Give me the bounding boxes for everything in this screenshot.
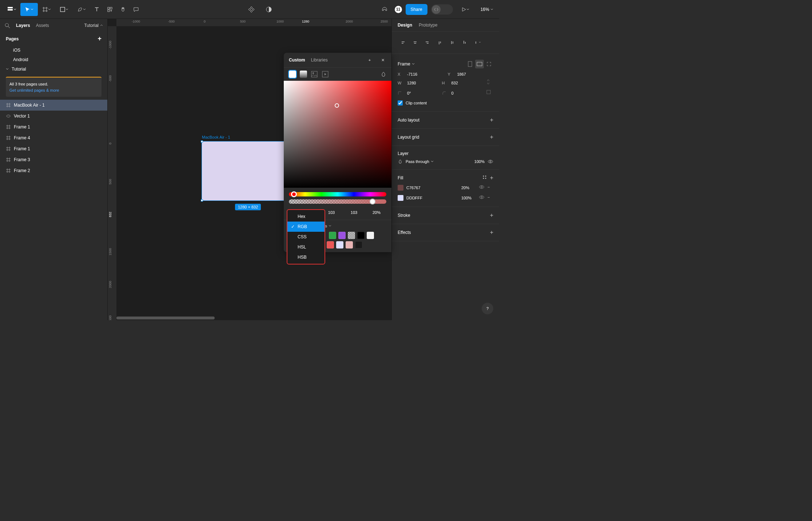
layers-tab[interactable]: Layers — [16, 23, 30, 28]
b-value[interactable]: 103 — [344, 209, 364, 216]
frame-label[interactable]: MacBook Air - 1 — [202, 135, 230, 139]
blend-mode-dropdown[interactable]: Pass through — [406, 159, 471, 164]
mask-icon[interactable] — [262, 3, 275, 16]
fill-opacity[interactable]: 100% — [461, 196, 476, 200]
distribute[interactable] — [472, 38, 482, 47]
swatch[interactable] — [348, 232, 355, 239]
align-right[interactable] — [422, 38, 433, 47]
align-top[interactable] — [435, 38, 445, 47]
layer-frame-4[interactable]: Frame 4 — [0, 132, 107, 143]
hue-slider[interactable] — [289, 192, 386, 196]
y-input[interactable]: 1867 — [457, 72, 494, 76]
swatch[interactable] — [357, 232, 365, 239]
add-autolayout[interactable]: + — [490, 117, 493, 123]
constrain-proportions[interactable] — [486, 79, 493, 87]
layer-macbook-air-1[interactable]: MacBook Air - 1 — [0, 100, 107, 111]
remove-fill[interactable]: − — [487, 195, 493, 201]
align-bottom[interactable] — [459, 38, 470, 47]
align-left[interactable] — [398, 38, 408, 47]
frame-tool[interactable] — [38, 3, 55, 16]
layer-frame-1b[interactable]: Frame 1 — [0, 143, 107, 154]
assets-tab[interactable]: Assets — [36, 23, 49, 28]
layer-visibility[interactable] — [487, 159, 493, 164]
main-menu[interactable] — [3, 3, 20, 16]
swatch[interactable] — [338, 232, 346, 239]
solid-fill-type[interactable] — [289, 71, 296, 78]
mode-option-hsb[interactable]: HSB — [287, 252, 325, 262]
fill-styles[interactable] — [482, 175, 487, 181]
design-tab[interactable]: Design — [398, 23, 412, 28]
swatch[interactable] — [355, 241, 362, 248]
add-fill[interactable]: + — [490, 175, 493, 181]
resize-to-fit[interactable] — [485, 60, 493, 68]
clip-content-checkbox[interactable] — [398, 100, 403, 106]
saturation-brightness-picker[interactable] — [284, 81, 391, 188]
w-input[interactable]: 1280 — [407, 81, 438, 85]
prototype-tab[interactable]: Prototype — [419, 23, 437, 28]
swatch[interactable] — [346, 241, 353, 248]
video-fill-type[interactable] — [322, 71, 329, 78]
eye-icon[interactable] — [479, 195, 485, 201]
avatar[interactable]: 11 — [395, 6, 402, 13]
alpha-slider[interactable] — [289, 199, 386, 204]
close-panel-button[interactable]: ✕ — [379, 56, 386, 64]
layer-frame-3[interactable]: Frame 3 — [0, 154, 107, 165]
swatch[interactable] — [336, 241, 343, 248]
swatch[interactable] — [329, 232, 336, 239]
fill-chip[interactable] — [398, 185, 403, 191]
comment-tool[interactable] — [130, 3, 143, 16]
orient-portrait[interactable] — [466, 60, 474, 68]
upgrade-link[interactable]: Get unlimited pages & more — [9, 87, 98, 94]
swatch[interactable] — [367, 232, 374, 239]
zoom-level[interactable]: 16% — [478, 7, 496, 12]
layer-opacity[interactable]: 100% — [474, 159, 485, 164]
move-tool[interactable] — [20, 3, 38, 16]
resources-tool[interactable] — [103, 3, 116, 16]
mode-option-hex[interactable]: Hex — [287, 211, 325, 222]
fill-item-1[interactable]: DDDFFF 100% − — [398, 193, 493, 203]
alpha-value[interactable]: 20% — [367, 209, 386, 216]
h-input[interactable]: 832 — [451, 81, 482, 85]
horizontal-scrollbar[interactable] — [116, 317, 215, 319]
mode-option-css[interactable]: CSS — [287, 232, 325, 242]
page-dropdown[interactable]: Tutorial — [84, 23, 103, 28]
eye-icon[interactable] — [479, 185, 485, 191]
page-item-android[interactable]: Android — [0, 55, 107, 64]
fill-opacity[interactable]: 20% — [461, 186, 476, 190]
audio-icon[interactable] — [378, 3, 391, 16]
g-value[interactable]: 103 — [322, 209, 341, 216]
mode-option-hsl[interactable]: HSL — [287, 242, 325, 252]
fill-item-0[interactable]: C76767 20% − — [398, 183, 493, 193]
add-layoutgrid[interactable]: + — [490, 134, 493, 140]
pen-tool[interactable] — [73, 3, 90, 16]
selected-frame[interactable]: MacBook Air - 1 — [202, 141, 293, 201]
hand-tool[interactable] — [116, 3, 130, 16]
present-button[interactable] — [457, 3, 474, 16]
layer-frame-2[interactable]: Frame 2 — [0, 165, 107, 176]
page-item-tutorial[interactable]: Tutorial — [0, 64, 107, 74]
swatch[interactable] — [327, 241, 334, 248]
component-icon[interactable] — [245, 3, 258, 16]
gradient-fill-type[interactable] — [300, 71, 307, 78]
mode-option-rgb[interactable]: RGB — [287, 222, 325, 232]
page-item-ios[interactable]: iOS — [0, 45, 107, 55]
text-tool[interactable] — [90, 3, 103, 16]
image-fill-type[interactable] — [311, 71, 318, 78]
help-button[interactable]: ? — [482, 303, 493, 314]
add-style-button[interactable]: + — [366, 56, 373, 64]
frame-type-dropdown[interactable]: Frame — [398, 61, 415, 67]
search-icon[interactable] — [4, 23, 10, 28]
add-stroke[interactable]: + — [490, 212, 493, 219]
independent-corners[interactable] — [486, 90, 493, 97]
add-page-button[interactable]: + — [97, 35, 102, 43]
layer-frame-1a[interactable]: Frame 1 — [0, 122, 107, 132]
color-picker-dot[interactable] — [335, 103, 339, 108]
add-effect[interactable]: + — [490, 229, 493, 236]
remove-fill[interactable]: − — [487, 185, 493, 191]
blend-mode-icon[interactable] — [381, 71, 386, 77]
fill-hex[interactable]: C76767 — [406, 186, 458, 190]
dev-mode-toggle[interactable] — [431, 4, 453, 15]
fill-chip[interactable] — [398, 195, 403, 201]
shape-tool[interactable] — [55, 3, 73, 16]
fill-hex[interactable]: DDDFFF — [406, 196, 458, 200]
